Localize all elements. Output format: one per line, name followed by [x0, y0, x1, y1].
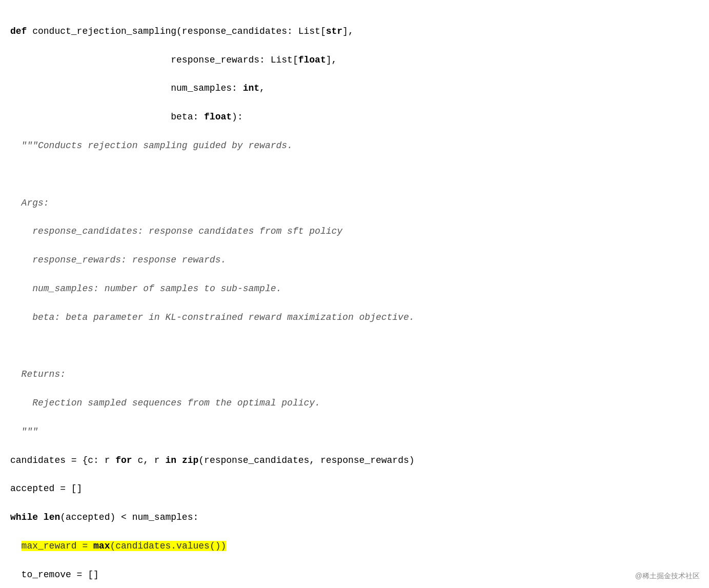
code-display: def conduct_rejection_sampling(response_…: [10, 10, 699, 588]
docstring-start: """Conducts rejection sampling guided by…: [10, 140, 293, 151]
docstring-returns-text: Rejection sampled sequences from the opt…: [10, 398, 320, 408]
code-text: num_samples:: [10, 83, 243, 93]
keyword-len: len: [44, 512, 60, 522]
code-text: candidates = {c: r: [10, 455, 115, 465]
keyword-float: float: [298, 55, 326, 65]
keyword-while: while: [10, 512, 38, 522]
keyword-str: str: [326, 26, 342, 36]
code-text: [176, 455, 182, 465]
keyword-int: int: [243, 83, 259, 93]
docstring-of: of: [143, 283, 154, 294]
code-line-10: num_samples: number of samples to sub-sa…: [10, 282, 699, 296]
code-line-9: response_rewards: response rewards.: [10, 253, 699, 268]
docstring-end: """: [10, 427, 38, 437]
code-text2: ): [409, 455, 415, 465]
code-text: accepted = []: [10, 483, 82, 494]
code-text: (accepted) < num_samples:: [60, 512, 198, 522]
code-line-17: accepted = []: [10, 482, 699, 496]
keyword-float2: float: [204, 112, 232, 122]
code-text: c, r: [132, 455, 166, 465]
code-text: response_rewards: List[: [10, 55, 298, 65]
watermark-label: @稀土掘金技术社区: [635, 571, 700, 582]
code-text: ,: [259, 83, 265, 93]
code-line-14: Rejection sampled sequences from the opt…: [10, 396, 699, 411]
code-line-18: while len(accepted) < num_samples:: [10, 511, 699, 525]
code-line-15: """: [10, 425, 699, 439]
keyword-def: def: [10, 26, 27, 36]
code-line-5: """Conducts rejection sampling guided by…: [10, 139, 699, 153]
docstring-arg3b: samples to sub-sample.: [154, 283, 281, 294]
code-line-19: max_reward = max(candidates.values()): [10, 539, 699, 554]
keyword-in: in: [165, 455, 176, 465]
code-line-16: candidates = {c: r for c, r in zip(respo…: [10, 454, 699, 468]
highlighted-line-1: max_reward = max(candidates.values()): [22, 541, 227, 551]
docstring-arg1: response_candidates: response candidates…: [10, 226, 342, 236]
keyword-zip: zip: [182, 455, 198, 465]
code-line-2: response_rewards: List[float],: [10, 53, 699, 68]
code-text: to_remove = []: [10, 570, 99, 580]
keyword-max: max: [93, 541, 110, 551]
keyword-for: for: [115, 455, 132, 465]
code-line-1: def conduct_rejection_sampling(response_…: [10, 25, 699, 39]
code-text: conduct_rejection_sampling(response_cand…: [27, 26, 326, 36]
code-line-3: num_samples: int,: [10, 82, 699, 96]
code-line-7: Args:: [10, 196, 699, 211]
code-text: [10, 541, 22, 551]
code-text: [38, 512, 44, 522]
docstring-arg3: num_samples: number: [10, 283, 143, 294]
code-line-8: response_candidates: response candidates…: [10, 225, 699, 239]
code-line-4: beta: float):: [10, 110, 699, 125]
code-text: ):: [232, 112, 243, 122]
code-text: ],: [342, 26, 354, 36]
code-line-13: Returns:: [10, 368, 699, 382]
docstring-returns-header: Returns:: [10, 369, 66, 379]
code-text: (response_candidates, response_rewards: [198, 455, 409, 465]
code-line-6: [10, 168, 699, 182]
docstring-arg2: response_rewards: response rewards.: [10, 255, 226, 265]
code-line-12: [10, 339, 699, 353]
docstring-args: Args:: [10, 198, 49, 208]
docstring-arg4: beta: beta parameter in KL-constrained r…: [10, 312, 415, 322]
code-line-20: to_remove = []: [10, 568, 699, 582]
code-line-11: beta: beta parameter in KL-constrained r…: [10, 311, 699, 325]
code-text: ],: [326, 55, 337, 65]
code-text: beta:: [10, 112, 204, 122]
